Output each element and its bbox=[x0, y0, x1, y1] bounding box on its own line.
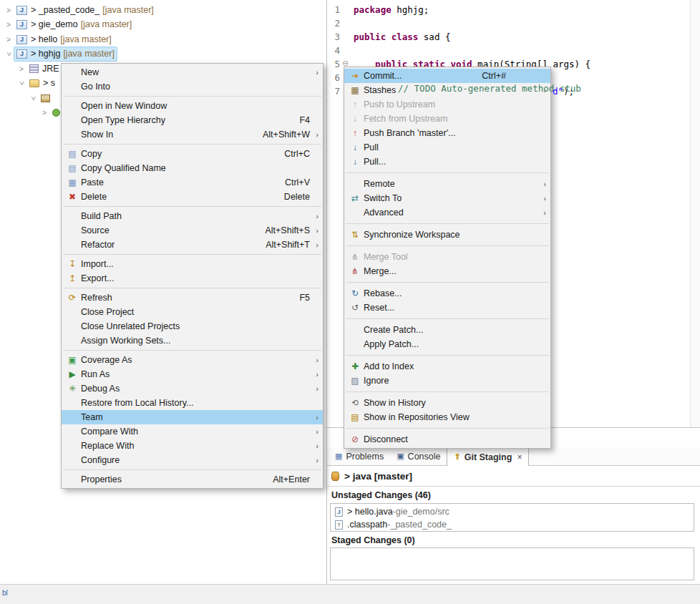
menu-item-reset[interactable]: ↺Reset... bbox=[344, 301, 550, 315]
menu-item-show-in-history[interactable]: ⟲Show in History bbox=[344, 396, 550, 410]
menu-item-new[interactable]: New› bbox=[62, 65, 323, 79]
file-path: gie_demo/src bbox=[396, 507, 449, 517]
tree-item-src[interactable]: > > s bbox=[16, 76, 57, 90]
staged-changes-header: Staged Changes (0) bbox=[331, 535, 415, 545]
menu-item-delete[interactable]: ✖DeleteDelete bbox=[62, 190, 323, 204]
java-file-icon: J bbox=[335, 507, 343, 517]
menu-item-add-to-index[interactable]: ✚Add to Index bbox=[344, 359, 550, 374]
menu-item-label: Copy Qualified Name bbox=[81, 163, 319, 173]
menu-item-assign-working-sets[interactable]: Assign Working Sets... bbox=[62, 333, 323, 348]
close-tab-icon[interactable]: × bbox=[517, 452, 522, 462]
menu-item-open-in-new-window[interactable]: Open in New Window bbox=[62, 99, 323, 113]
menu-item-go-into[interactable]: Go Into bbox=[62, 79, 323, 94]
tree-item-hello[interactable]: > J> hello[java master] bbox=[3, 32, 114, 47]
chevron-right-icon[interactable]: > bbox=[16, 65, 27, 73]
menu-item-copy[interactable]: ▤CopyCtrl+C bbox=[62, 147, 323, 161]
menu-item-label: Advanced bbox=[364, 208, 538, 218]
menu-item-commit[interactable]: ➜Commit...Ctrl+# bbox=[344, 69, 550, 83]
menu-item-configure[interactable]: Configure› bbox=[62, 453, 323, 467]
menu-item-label: Fetch from Upstream bbox=[364, 114, 546, 124]
menu-item-open-type-hierarchy[interactable]: Open Type HierarchyF4 bbox=[62, 113, 323, 127]
tab-console[interactable]: ▣ Console bbox=[390, 447, 447, 465]
chevron-right-icon[interactable]: > bbox=[39, 109, 50, 117]
unstaged-file-row[interactable]: J > hello.java - gie_demo/src bbox=[335, 505, 449, 518]
menu-item-restore-from-local-history[interactable]: Restore from Local History... bbox=[62, 396, 323, 410]
menu-item-refresh[interactable]: ⟳RefreshF5 bbox=[62, 291, 323, 305]
menu-item-build-path[interactable]: Build Path› bbox=[62, 209, 323, 223]
menu-item-source[interactable]: SourceAlt+Shift+S› bbox=[62, 223, 323, 238]
import-icon: ↧ bbox=[64, 259, 81, 269]
menu-item-label: Coverage As bbox=[81, 355, 310, 365]
menu-item-push-branch-master[interactable]: ↑Push Branch 'master'... bbox=[344, 126, 550, 140]
menu-item-run-as[interactable]: ▶Run As› bbox=[62, 367, 323, 381]
chevron-right-icon[interactable]: > bbox=[3, 36, 14, 44]
editor-overview-ruler[interactable] bbox=[690, 0, 700, 427]
project-context-menu: New› Go Into Open in New Window Open Typ… bbox=[61, 63, 324, 489]
menu-item-rebase[interactable]: ↻Rebase... bbox=[344, 286, 550, 301]
menu-item-replace-with[interactable]: Replace With› bbox=[62, 439, 323, 453]
menu-item-close-unrelated-projects[interactable]: Close Unrelated Projects bbox=[62, 319, 323, 333]
chevron-expanded-icon[interactable]: > bbox=[5, 48, 13, 59]
menu-item-label: Create Patch... bbox=[364, 325, 546, 335]
menu-item-label: Debug As bbox=[81, 384, 310, 394]
history-icon: ⟲ bbox=[346, 398, 364, 408]
menu-item-debug-as[interactable]: ✳Debug As› bbox=[62, 381, 323, 396]
menu-item-label: Refresh bbox=[81, 293, 282, 303]
tree-item-jre-library[interactable]: > JRE bbox=[16, 62, 62, 76]
menu-item-advanced[interactable]: Advanced› bbox=[344, 205, 550, 220]
menu-item-apply-patch[interactable]: Apply Patch... bbox=[344, 337, 550, 351]
tree-item-label: JRE bbox=[42, 64, 59, 74]
tree-item-pasted-code[interactable]: > J> _pasted_code_[java master] bbox=[3, 3, 156, 17]
menu-item-properties[interactable]: PropertiesAlt+Enter bbox=[62, 472, 323, 487]
menu-item-synchronize-workspace[interactable]: ⇅Synchronize Workspace bbox=[344, 228, 550, 242]
menu-item-label: Show in History bbox=[364, 398, 546, 408]
menu-item-disconnect[interactable]: ⊘Disconnect bbox=[344, 432, 550, 447]
menu-item-team[interactable]: Team› bbox=[62, 410, 323, 424]
menu-item-remote[interactable]: Remote› bbox=[344, 177, 550, 191]
menu-item-label: New bbox=[81, 67, 310, 77]
menu-item-label: Build Path bbox=[81, 211, 310, 221]
menu-item-switch-to[interactable]: ⇄Switch To› bbox=[344, 191, 550, 205]
menu-item-close-project[interactable]: Close Project bbox=[62, 305, 323, 319]
menu-item-pull-dialog[interactable]: ↓Pull... bbox=[344, 155, 550, 169]
tab-problems[interactable]: ▦ Problems bbox=[329, 447, 390, 465]
menu-item-create-patch[interactable]: Create Patch... bbox=[344, 323, 550, 337]
tab-git-staging[interactable]: ⇑ Git Staging × bbox=[447, 447, 529, 466]
menu-item-label: Export... bbox=[81, 273, 319, 283]
tree-item-gie-demo[interactable]: > J> gie_demo[java master] bbox=[3, 17, 134, 31]
menu-item-label: Show in Repositories View bbox=[364, 412, 546, 422]
menu-item-merge[interactable]: ⋔Merge... bbox=[344, 264, 550, 278]
chevron-expanded-icon[interactable]: > bbox=[18, 77, 26, 89]
menu-item-shortcut: Alt+Shift+S bbox=[248, 225, 310, 235]
menu-item-label: Properties bbox=[81, 474, 256, 484]
code-line-fragment: d"); bbox=[553, 86, 574, 97]
chevron-right-icon[interactable]: > bbox=[3, 21, 14, 29]
submenu-arrow-icon: › bbox=[538, 194, 546, 203]
menu-item-pull[interactable]: ↓Pull bbox=[344, 140, 550, 155]
menu-item-import[interactable]: ↧Import... bbox=[62, 257, 323, 271]
tree-item-package[interactable]: > bbox=[27, 91, 56, 105]
menu-item-label: Merge... bbox=[364, 266, 546, 276]
submenu-arrow-icon: › bbox=[310, 413, 319, 422]
submenu-arrow-icon: › bbox=[310, 240, 319, 249]
pull-icon: ↓ bbox=[346, 157, 364, 167]
tree-item-hgh​jg-selected[interactable]: > J> hghjg[java master] bbox=[3, 47, 117, 61]
chevron-expanded-icon[interactable]: > bbox=[29, 92, 37, 104]
menu-item-copy-qualified-name[interactable]: ▤Copy Qualified Name bbox=[62, 161, 323, 175]
menu-item-compare-with[interactable]: Compare With› bbox=[62, 424, 323, 439]
coverage-icon: ▣ bbox=[64, 355, 81, 365]
chevron-right-icon[interactable]: > bbox=[3, 6, 14, 14]
menu-item-fetch-from-upstream: ↓Fetch from Upstream bbox=[344, 112, 550, 126]
menu-item-ignore[interactable]: ▨Ignore bbox=[344, 374, 550, 388]
problems-icon: ▦ bbox=[335, 452, 342, 461]
menu-item-coverage-as[interactable]: ▣Coverage As› bbox=[62, 353, 323, 367]
tab-label: Console bbox=[408, 452, 441, 462]
menu-item-show-in-repositories-view[interactable]: ▤Show in Repositories View bbox=[344, 410, 550, 424]
menu-item-label: Merge Tool bbox=[364, 252, 546, 262]
menu-item-paste[interactable]: ▦PasteCtrl+V bbox=[62, 175, 323, 190]
menu-item-refactor[interactable]: RefactorAlt+Shift+T› bbox=[62, 238, 323, 252]
menu-item-shortcut: F5 bbox=[282, 293, 310, 303]
unstaged-file-row[interactable]: ? .classpath - _pasted_code_ bbox=[335, 518, 452, 531]
menu-item-show-in[interactable]: Show InAlt+Shift+W› bbox=[62, 127, 323, 142]
menu-item-export[interactable]: ↥Export... bbox=[62, 271, 323, 286]
